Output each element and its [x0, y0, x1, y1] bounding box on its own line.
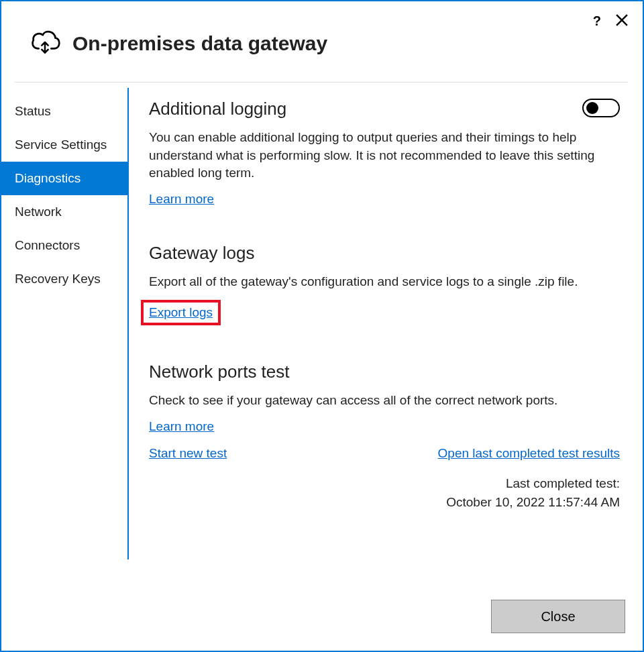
export-logs-highlight: Export logs: [141, 300, 221, 325]
sidebar: Status Service Settings Diagnostics Netw…: [1, 83, 127, 600]
last-completed-label: Last completed test:: [149, 474, 620, 493]
network-ports-heading: Network ports test: [149, 362, 620, 382]
sidebar-item-recovery-keys[interactable]: Recovery Keys: [1, 262, 127, 296]
section-network-ports: Network ports test Check to see if your …: [149, 362, 620, 511]
additional-logging-toggle[interactable]: [582, 99, 620, 117]
last-completed-time: October 10, 2022 11:57:44 AM: [149, 493, 620, 512]
sidebar-item-service-settings[interactable]: Service Settings: [1, 128, 127, 162]
network-ports-actions: Start new test Open last completed test …: [149, 446, 620, 461]
footer: Close: [1, 600, 643, 651]
close-icon[interactable]: [616, 14, 628, 29]
sidebar-item-network[interactable]: Network: [1, 195, 127, 229]
additional-logging-heading: Additional logging: [149, 99, 620, 119]
close-button[interactable]: Close: [491, 600, 625, 633]
gateway-logs-heading: Gateway logs: [149, 243, 620, 264]
sidebar-item-connectors[interactable]: Connectors: [1, 229, 127, 262]
section-additional-logging: Additional logging You can enable additi…: [149, 99, 620, 207]
help-icon[interactable]: ?: [593, 13, 601, 29]
last-completed-test: Last completed test: October 10, 2022 11…: [149, 474, 620, 511]
sidebar-item-diagnostics[interactable]: Diagnostics: [1, 162, 127, 195]
additional-logging-description: You can enable additional logging to out…: [149, 129, 620, 182]
toggle-knob: [586, 102, 598, 114]
additional-logging-learn-more-link[interactable]: Learn more: [149, 192, 214, 207]
network-ports-learn-more-link[interactable]: Learn more: [149, 419, 214, 434]
app-header: On-premises data gateway: [1, 1, 643, 82]
app-body: Status Service Settings Diagnostics Netw…: [1, 83, 643, 600]
export-logs-link[interactable]: Export logs: [149, 305, 213, 320]
section-gateway-logs: Gateway logs Export all of the gateway's…: [149, 243, 620, 326]
start-new-test-link[interactable]: Start new test: [149, 446, 227, 461]
open-last-results-link[interactable]: Open last completed test results: [438, 446, 620, 461]
content-panel: Additional logging You can enable additi…: [129, 83, 643, 600]
cloud-icon: [28, 25, 62, 62]
titlebar-controls: ?: [593, 13, 628, 29]
gateway-logs-description: Export all of the gateway's configuratio…: [149, 273, 620, 291]
app-title: On-premises data gateway: [72, 32, 327, 55]
network-ports-description: Check to see if your gateway can access …: [149, 392, 620, 410]
app-window: ? On-premises data gateway Status Servic…: [0, 0, 644, 652]
sidebar-item-status[interactable]: Status: [1, 95, 127, 128]
